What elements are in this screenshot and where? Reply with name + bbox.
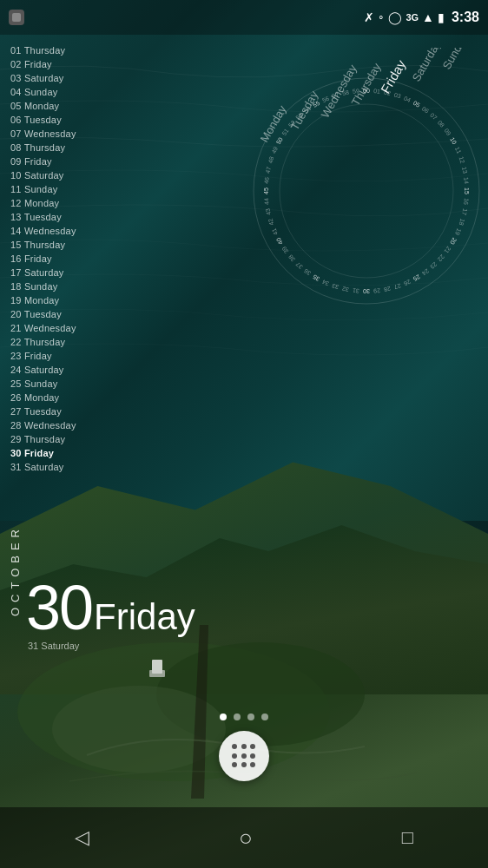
svg-text:22: 22 <box>437 253 445 263</box>
calendar-day-04: 04 Sunday <box>10 85 76 99</box>
svg-rect-4 <box>149 670 165 677</box>
svg-text:36: 36 <box>303 267 313 276</box>
svg-text:18: 18 <box>458 218 465 227</box>
calendar-day-31: 31 Saturday <box>10 460 76 474</box>
home-button[interactable]: ○ <box>239 825 253 852</box>
svg-text:38: 38 <box>287 253 296 263</box>
weekday-label-saturday: Saturday <box>410 48 444 84</box>
svg-text:47: 47 <box>265 166 272 174</box>
calendar-day-07: 07 Wednesday <box>10 127 76 141</box>
back-button[interactable]: ◁ <box>75 826 89 849</box>
svg-text:37: 37 <box>294 261 304 270</box>
svg-text:21: 21 <box>443 246 452 255</box>
svg-text:16: 16 <box>463 198 470 206</box>
drawer-dot-1 <box>241 744 247 749</box>
status-bar: ✗ ∘ ◯ 3G ▲ ▮ 3:38 <box>0 0 488 35</box>
svg-text:43: 43 <box>265 207 272 215</box>
drawer-dot-2 <box>250 744 255 749</box>
month-label: OCTOBER <box>9 524 22 616</box>
page-dot-2 <box>247 713 254 720</box>
drawer-dot-0 <box>232 744 237 749</box>
recent-button[interactable]: □ <box>402 826 413 849</box>
svg-text:41: 41 <box>271 227 280 236</box>
status-left <box>9 10 24 25</box>
svg-text:35: 35 <box>312 273 320 282</box>
calendar-day-29: 29 Thursday <box>10 432 76 446</box>
calendar-day-22: 22 Thursday <box>10 335 76 349</box>
drawer-dot-7 <box>241 762 247 767</box>
weekday-label-wednesday: Wednesday <box>319 62 359 120</box>
svg-text:34: 34 <box>321 279 330 287</box>
page-dot-0 <box>220 713 227 720</box>
svg-text:29: 29 <box>373 287 381 294</box>
svg-text:24: 24 <box>421 267 431 276</box>
calendar-day-13: 13 Tuesday <box>10 210 76 224</box>
alarm-icon: ◯ <box>388 10 402 24</box>
svg-text:23: 23 <box>429 261 439 270</box>
svg-text:46: 46 <box>263 177 270 185</box>
battery-icon: ▮ <box>438 10 445 24</box>
home-screen: ✗ ∘ ◯ 3G ▲ ▮ 3:38 01 Thursday02 Friday03… <box>0 0 488 868</box>
calendar-day-27: 27 Tuesday <box>10 404 76 418</box>
today-number: 30 <box>26 576 92 639</box>
calendar-day-14: 14 Wednesday <box>10 224 76 238</box>
next-day: 31 Saturday <box>28 641 195 651</box>
drawer-dot-6 <box>232 762 237 767</box>
calendar-day-16: 16 Friday <box>10 252 76 266</box>
svg-text:30: 30 <box>363 288 370 294</box>
svg-text:31: 31 <box>353 287 360 294</box>
calendar-day-26: 26 Monday <box>10 391 76 404</box>
status-icons: ✗ ∘ ◯ 3G ▲ ▮ 3:38 <box>364 10 479 25</box>
svg-text:40: 40 <box>275 237 284 246</box>
svg-text:15: 15 <box>464 187 470 194</box>
calendar-day-05: 05 Monday <box>10 99 76 113</box>
svg-text:33: 33 <box>331 282 340 290</box>
calendar-day-17: 17 Saturday <box>10 266 76 279</box>
svg-text:44: 44 <box>263 198 270 206</box>
page-indicators <box>220 713 268 720</box>
calendar-day-23: 23 Friday <box>10 349 76 363</box>
svg-text:27: 27 <box>393 282 402 290</box>
calendar-day-19: 19 Monday <box>10 293 76 307</box>
svg-text:39: 39 <box>280 246 289 255</box>
weekday-label-monday: Monday <box>258 103 289 145</box>
calendar-day-09: 09 Friday <box>10 155 76 168</box>
app-icon <box>9 10 24 25</box>
svg-text:42: 42 <box>267 218 274 227</box>
calendar-day-20: 20 Tuesday <box>10 307 76 321</box>
page-dot-1 <box>234 713 241 720</box>
calendar-day-25: 25 Sunday <box>10 377 76 391</box>
calendar-day-18: 18 Sunday <box>10 279 76 293</box>
svg-text:26: 26 <box>403 279 412 287</box>
svg-text:17: 17 <box>461 208 468 216</box>
weekday-label-friday: Friday <box>378 56 409 95</box>
svg-text:14: 14 <box>463 177 470 185</box>
svg-text:32: 32 <box>341 286 349 293</box>
today-display: 30 Friday 31 Saturday <box>26 576 195 651</box>
weekday-label-tuesday: Tuesday <box>288 89 321 133</box>
svg-text:28: 28 <box>383 286 391 293</box>
bluetooth-icon: ✗ <box>364 10 374 24</box>
signal-bars-icon: ▲ <box>422 10 434 24</box>
signal-icon: 3G <box>406 12 419 23</box>
svg-text:19: 19 <box>454 227 463 236</box>
drawer-dot-4 <box>241 753 247 759</box>
weekday-arc-svg: MondayTuesdayWednesdayThursdayFridaySatu… <box>249 48 488 161</box>
drawer-dot-3 <box>232 753 237 759</box>
drawer-dot-8 <box>250 762 255 767</box>
page-dot-3 <box>261 713 268 720</box>
calendar-day-02: 02 Friday <box>10 57 76 71</box>
calendar-day-08: 08 Thursday <box>10 141 76 155</box>
calendar-day-01: 01 Thursday <box>10 43 76 57</box>
navigation-bar: ◁ ○ □ <box>0 807 488 868</box>
calendar-day-28: 28 Wednesday <box>10 418 76 432</box>
status-time: 3:38 <box>452 10 479 25</box>
app-drawer-button[interactable] <box>219 731 269 781</box>
bluetooth-icon2: ∘ <box>378 11 385 23</box>
today-weekday: Friday <box>94 599 195 635</box>
calendar-day-12: 12 Monday <box>10 196 76 210</box>
calendar-day-30: 30 Friday <box>10 446 76 460</box>
calendar-day-21: 21 Wednesday <box>10 321 76 335</box>
weekday-label-sunday: Sunday <box>440 48 471 72</box>
calendar-day-06: 06 Tuesday <box>10 113 76 127</box>
